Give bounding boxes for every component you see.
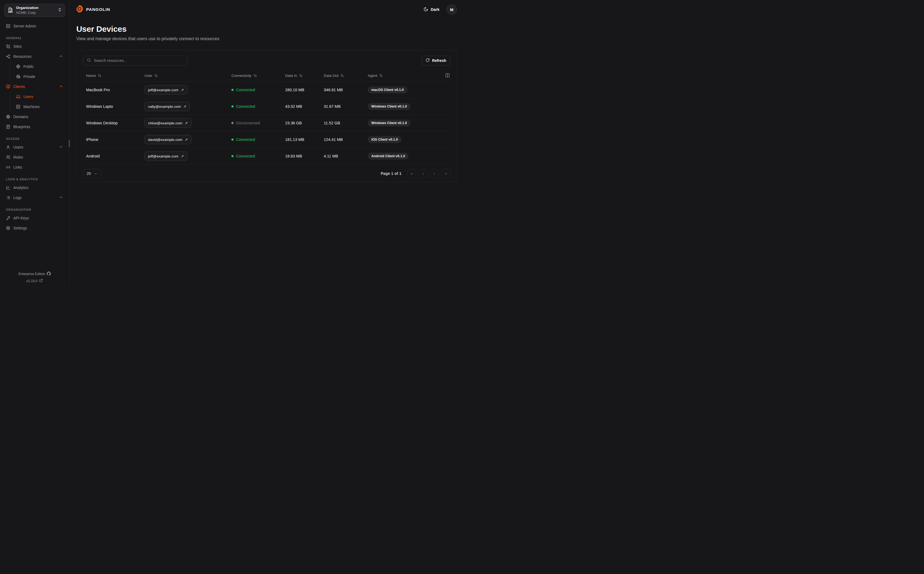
section-label-organization: ORGANIZATION (6, 208, 63, 211)
first-page-button[interactable] (407, 169, 416, 178)
sidebar-item-settings[interactable]: Settings (4, 223, 65, 233)
connectivity-status: Connected (232, 104, 285, 109)
sidebar-item-label: Domains (13, 115, 28, 119)
user-link-button[interactable]: jeff@example.com↗ (145, 85, 188, 95)
github-icon[interactable] (47, 271, 51, 276)
column-header-data-in[interactable]: Data In (285, 74, 324, 78)
sites-icon (6, 44, 10, 49)
sidebar-item-label: Machines (24, 104, 39, 109)
sidebar-item-label: Roles (13, 155, 23, 159)
sidebar-footer: Enterprise Edition v1.13.0 (4, 270, 65, 283)
connectivity-status: Disconnected (232, 121, 285, 125)
column-header-agent[interactable]: Agent (368, 74, 442, 78)
sidebar-item-public[interactable]: Public (10, 62, 65, 71)
brand-logo-link[interactable]: PANGOLIN (75, 5, 110, 14)
page-size-value: 20 (87, 171, 91, 176)
server-icon (16, 104, 20, 109)
page-size-select[interactable]: 20 (83, 169, 101, 178)
sidebar-item-sites[interactable]: Sites (4, 41, 65, 51)
status-dot (232, 139, 233, 140)
link-icon (6, 165, 10, 169)
org-switcher[interactable]: Organization ACME Corp. (4, 4, 65, 17)
user-avatar[interactable]: M (446, 4, 457, 15)
column-header-connectivity[interactable]: Connectivity (232, 74, 285, 78)
sidebar-item-label: Sites (13, 44, 22, 49)
device-name: Windows Desktop (86, 121, 145, 125)
sidebar-item-label: Settings (13, 226, 27, 230)
column-header-user[interactable]: User (145, 74, 232, 78)
table-row: iPhone david@example.com↗ Connected 181.… (83, 131, 450, 148)
sidebar-item-domains[interactable]: Domains (4, 112, 65, 121)
column-header-name[interactable]: Name (86, 74, 145, 78)
data-out-value: 31.67 MB (324, 104, 368, 109)
data-in-value: 43.52 MB (285, 104, 324, 109)
data-in-value: 280.10 MB (285, 88, 324, 92)
refresh-button[interactable]: Refresh (421, 56, 450, 65)
sidebar-item-label: Logs (13, 196, 22, 200)
key-icon (6, 216, 10, 220)
sidebar-item-links[interactable]: Links (4, 162, 65, 172)
user-icon (6, 145, 10, 149)
sidebar-item-client-users[interactable]: Users (10, 92, 65, 101)
user-link-button[interactable]: jeff@example.com↗ (145, 151, 188, 161)
connectivity-status: Connected (232, 154, 285, 158)
sidebar-item-server-admin[interactable]: Server Admin (4, 21, 65, 31)
sort-icon (254, 74, 257, 77)
columns-icon (445, 73, 450, 78)
sidebar-item-api-keys[interactable]: API Keys (4, 213, 65, 223)
search-input[interactable] (93, 58, 184, 63)
status-dot (232, 122, 233, 124)
data-out-value: 4.11 MB (324, 154, 368, 158)
share-nodes-icon (6, 54, 10, 58)
prev-page-button[interactable] (419, 169, 427, 178)
sidebar-item-access-users[interactable]: Users (4, 142, 65, 152)
devices-table-card: Refresh Name User Connectivity Data In (76, 50, 457, 182)
sort-icon (299, 74, 303, 77)
section-label-access: ACCESS (6, 137, 63, 140)
user-link-button[interactable]: sally@example.com↗ (145, 102, 190, 111)
sidebar-item-label: Analytics (13, 186, 28, 190)
page-subtitle: View and manage devices that users use t… (76, 36, 455, 41)
pagination-bar: 20 Page 1 of 1 (83, 169, 450, 178)
column-header-data-out[interactable]: Data Out (324, 74, 368, 78)
receipt-icon (6, 125, 10, 129)
sidebar-item-resources[interactable]: Resources (4, 52, 65, 62)
theme-toggle-button[interactable]: Dark (422, 6, 441, 13)
data-out-value: 11.52 GB (324, 121, 368, 125)
version-label: v1.13.0 (26, 279, 38, 283)
resources-subgroup: Public Private (10, 62, 65, 82)
data-out-value: 346.91 MB (324, 88, 368, 92)
sidebar-item-roles[interactable]: Roles (4, 152, 65, 162)
globe-icon (16, 65, 20, 69)
external-link-icon[interactable] (39, 279, 43, 283)
table-header-row: Name User Connectivity Data In Data Out (83, 70, 450, 82)
columns-visibility-button[interactable] (445, 73, 450, 79)
sort-icon (154, 74, 158, 77)
table-toolbar: Refresh (83, 56, 450, 65)
search-box[interactable] (83, 56, 188, 65)
next-page-button[interactable] (430, 169, 439, 178)
user-link-button[interactable]: chloe@example.com↗ (145, 118, 191, 128)
device-name: iPhone (86, 137, 145, 142)
edition-label: Enterprise Edition (19, 272, 45, 276)
sidebar-nav: Server Admin GENERAL Sites Resources Pub… (4, 21, 65, 233)
sidebar-item-analytics[interactable]: Analytics (4, 183, 65, 192)
page-title: User Devices (76, 24, 455, 34)
chevron-right-icon (432, 172, 437, 176)
sidebar-item-clients[interactable]: Clients (4, 82, 65, 91)
table-row: Windows Desktop chloe@example.com↗ Disco… (83, 115, 450, 131)
arrow-up-right-icon: ↗ (185, 137, 188, 142)
chevron-down-icon (94, 172, 98, 175)
agent-badge: Android Client v0.1.0 (368, 153, 408, 160)
chevron-up-icon (59, 84, 63, 89)
last-page-button[interactable] (442, 169, 450, 178)
clients-subgroup: Users Machines (10, 92, 65, 112)
sidebar-item-blueprints[interactable]: Blueprints (4, 122, 65, 132)
sidebar-resize-handle[interactable] (69, 140, 70, 147)
sidebar-item-logs[interactable]: Logs (4, 193, 65, 203)
sidebar-item-private[interactable]: Private (10, 72, 65, 82)
arrow-up-right-icon: ↗ (181, 154, 184, 158)
org-label: Organization (16, 5, 55, 10)
user-link-button[interactable]: david@example.com↗ (145, 135, 191, 144)
sidebar-item-machines[interactable]: Machines (10, 102, 65, 112)
